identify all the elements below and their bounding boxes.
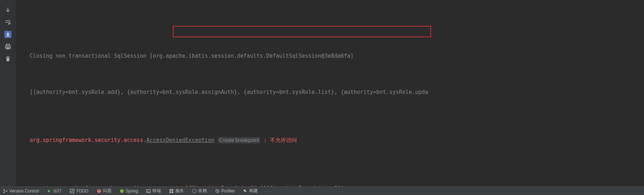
toolwindow-terminal[interactable]: 终端	[146, 188, 161, 194]
toolwindow-build[interactable]: 构建	[243, 188, 258, 194]
toolwindow-spring[interactable]: Spring	[119, 189, 138, 194]
print-icon[interactable]	[4, 43, 11, 50]
exception-line: org.springframework.security.access.Acce…	[20, 134, 641, 147]
console-gutter	[0, 0, 16, 195]
svg-rect-12	[170, 191, 171, 192]
scroll-to-end-icon[interactable]	[4, 31, 11, 38]
exception-class-link[interactable]: AccessDeniedException	[146, 137, 214, 143]
soft-wrap-icon[interactable]	[4, 19, 11, 26]
svg-point-5	[6, 190, 8, 192]
toolwindow-services[interactable]: 服务	[169, 188, 184, 194]
toolwindow-vcs[interactable]: Version Control	[3, 189, 39, 194]
create-breakpoint-button[interactable]: Create breakpoint	[218, 137, 260, 143]
svg-rect-1	[5, 46, 10, 48]
bottom-toolbar: Version Control 运行 TODO 问题 Spring 终端 服务 …	[0, 186, 644, 195]
highlight-box	[173, 26, 431, 37]
log-line: [{authority=bnt.sysRole.add}, {authority…	[20, 86, 641, 99]
svg-rect-10	[170, 189, 171, 190]
log-line: Closing non transactional SqlSession [or…	[20, 50, 641, 62]
toolwindow-problems[interactable]: 问题	[96, 188, 112, 194]
scroll-down-icon[interactable]	[4, 6, 11, 14]
console-output[interactable]: Closing non transactional SqlSession [or…	[16, 0, 644, 195]
svg-point-4	[4, 191, 5, 193]
toolwindow-todo[interactable]: TODO	[70, 189, 88, 194]
svg-rect-13	[172, 191, 173, 192]
trash-icon[interactable]	[4, 55, 11, 62]
svg-rect-9	[147, 189, 151, 192]
toolwindow-dependencies[interactable]: 依赖	[192, 188, 207, 194]
svg-point-3	[4, 189, 5, 190]
toolwindow-run[interactable]: 运行	[47, 188, 62, 194]
toolwindow-profiler[interactable]: Profiler	[215, 189, 235, 194]
svg-rect-11	[172, 189, 173, 190]
svg-point-8	[120, 189, 124, 193]
